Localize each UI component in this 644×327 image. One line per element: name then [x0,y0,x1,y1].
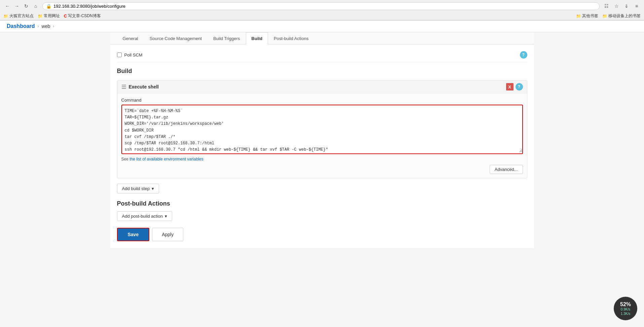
execute-shell-card: ☰ Execute shell X ? Command TIME=`date +… [117,80,527,178]
tab-post-build[interactable]: Post-build Actions [268,32,314,44]
bookmarks-bar: 📁 火狐官方站点 📁 常用网址 C 写文章-CSDN博客 📁 其他书签 📁 移动… [0,12,644,20]
bookmark-other[interactable]: 📁 其他书签 [576,13,598,19]
form-actions: Save Apply [117,228,527,241]
command-label: Command [121,98,523,103]
app-header: Dashboard › web › [0,21,644,32]
tab-build[interactable]: Build [246,32,268,44]
bookmark-common[interactable]: 📁 常用网址 [38,13,60,19]
bookmark-mobile[interactable]: 📁 移动设备上的书签 [602,13,641,19]
shell-card-body: Command TIME=`date +%F-%H-%M-%S` TAR=${T… [117,94,527,178]
poll-scm-help-button[interactable]: ? [520,51,527,59]
content-area: Poll SCM ? Build ☰ Execute shell X ? [110,44,534,248]
nav-buttons: ← → ↻ ⌂ [3,2,40,10]
add-build-step-button[interactable]: Add build step ▾ [117,184,159,193]
bookmark-folder-icon-4: 📁 [602,14,607,19]
bookmarks-right: 📁 其他书签 📁 移动设备上的书签 [576,13,641,19]
shield-icon: 🔒 [46,4,51,9]
poll-scm-label: Poll SCM [124,52,143,58]
shell-help-button[interactable]: ? [516,83,523,90]
main-container: General Source Code Management Build Tri… [110,32,534,248]
bookmark-firefox[interactable]: 📁 火狐官方站点 [3,13,34,19]
address-bar-container[interactable]: 🔒 [42,2,600,10]
post-build-title: Post-build Actions [117,200,527,207]
csdn-icon: C [64,14,67,19]
poll-scm-row: Poll SCM ? [117,51,527,62]
post-build-section: Post-build Actions Add post-build action… [117,200,527,221]
browser-actions: ☷ ☆ ⇓ ≡ [602,2,641,10]
tab-general[interactable]: General [117,32,144,44]
poll-scm-checkbox[interactable] [117,52,122,57]
tab-source-code[interactable]: Source Code Management [144,32,207,44]
bookmark-folder-icon-3: 📁 [576,14,581,19]
nav-forward-button[interactable]: → [13,2,21,10]
nav-refresh-button[interactable]: ↻ [22,2,30,10]
command-textarea-wrapper: TIME=`date +%F-%H-%M-%S` TAR=${TIME}.tar… [121,105,523,154]
advanced-button[interactable]: Advanced... [490,165,523,174]
extensions-button[interactable]: ☷ [602,2,610,10]
add-post-build-label: Add post-build action [122,214,163,219]
shell-card-actions: X ? [506,83,523,90]
command-textarea[interactable]: TIME=`date +%F-%H-%M-%S` TAR=${TIME}.tar… [122,105,522,152]
poll-scm-left: Poll SCM [117,52,143,58]
tabs-container: General Source Code Management Build Tri… [110,32,534,44]
add-build-step-arrow-icon: ▾ [152,186,154,191]
build-section-title: Build [117,68,527,75]
drag-handle-icon[interactable]: ☰ [121,84,126,90]
tab-build-triggers[interactable]: Build Triggers [207,32,245,44]
add-build-step-label: Add build step [122,186,150,191]
bookmark-folder-icon: 📁 [3,14,8,19]
build-section: Build ☰ Execute shell X ? Command [117,68,527,193]
browser-chrome: ← → ↻ ⌂ 🔒 ☷ ☆ ⇓ ≡ 📁 火狐官方站点 📁 常用网址 C 写文章-… [0,0,644,21]
add-post-build-button[interactable]: Add post-build action ▾ [117,211,172,221]
bookmark-folder-icon-2: 📁 [38,14,43,19]
env-vars-link[interactable]: the list of available environment variab… [129,157,203,161]
breadcrumb-sep-1: › [38,24,39,29]
bookmark-csdn[interactable]: C 写文章-CSDN博客 [64,13,101,19]
nav-home-button[interactable]: ⌂ [32,2,40,10]
add-post-build-arrow-icon: ▾ [165,214,167,219]
apply-button[interactable]: Apply [152,228,183,241]
env-vars-text: See the list of available environment va… [121,157,523,161]
shell-card-header: ☰ Execute shell X ? [117,80,527,94]
favorites-button[interactable]: ☆ [612,2,620,10]
advanced-row: Advanced... [121,165,523,174]
download-button[interactable]: ⇓ [622,2,631,10]
nav-back-button[interactable]: ← [3,2,11,10]
menu-button[interactable]: ≡ [633,2,641,10]
address-bar-input[interactable] [53,4,596,9]
shell-card-title: ☰ Execute shell [121,84,159,90]
breadcrumb-web[interactable]: web [42,24,50,29]
breadcrumb-sep-2: › [53,24,54,29]
execute-shell-label: Execute shell [129,84,159,89]
save-button[interactable]: Save [117,228,150,241]
browser-toolbar: ← → ↻ ⌂ 🔒 ☷ ☆ ⇓ ≡ [0,0,644,12]
dashboard-link[interactable]: Dashboard [7,23,35,29]
delete-shell-button[interactable]: X [506,83,514,90]
